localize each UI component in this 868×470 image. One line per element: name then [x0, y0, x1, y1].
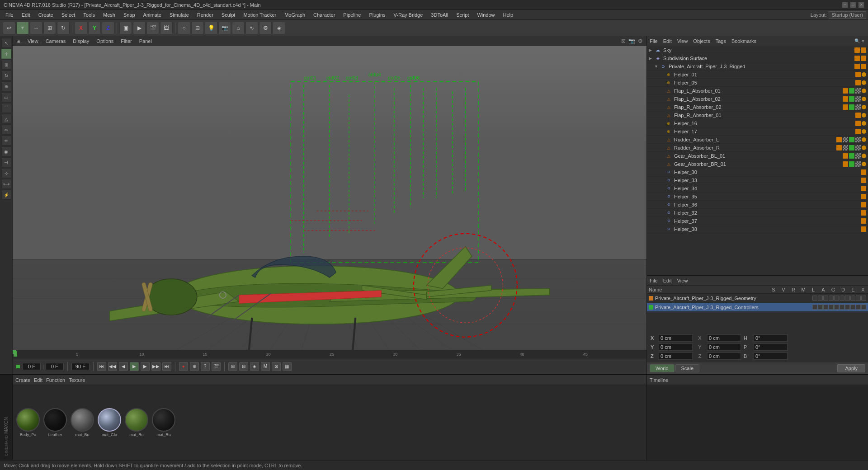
btn-key-add[interactable]: ⊞: [228, 362, 237, 371]
coord-x-rot[interactable]: [707, 334, 741, 342]
toolbar-live-select[interactable]: +: [16, 22, 29, 34]
btn-timeline-full[interactable]: ▦: [283, 362, 292, 371]
menu-animate[interactable]: Animate: [140, 11, 165, 19]
obj-item-gear-br[interactable]: △ Gear_Absorber_BR_01: [647, 160, 868, 168]
toolbar-light[interactable]: 💡: [205, 22, 217, 34]
tool-mirror[interactable]: ⊣: [1, 157, 11, 167]
btn-goto-end[interactable]: ⏭: [162, 362, 171, 371]
menu-window[interactable]: Window: [473, 11, 498, 19]
toolbar-rotate[interactable]: ↻: [57, 22, 70, 34]
toolbar-picture-viewer[interactable]: 🖼: [160, 22, 173, 34]
tool-rotate[interactable]: ↻: [1, 70, 11, 80]
coord-y-rot[interactable]: [707, 343, 741, 351]
tool-poly-sel[interactable]: △: [1, 114, 11, 124]
menu-help[interactable]: Help: [500, 11, 517, 19]
viewport-menu-options[interactable]: Options: [96, 38, 113, 44]
btn-motion-system[interactable]: 🎬: [212, 362, 221, 371]
btn-goto-start[interactable]: ⏮: [97, 362, 106, 371]
frame-counter-input[interactable]: [46, 363, 64, 370]
material-leather[interactable]: Leather: [43, 408, 67, 437]
viewport-icon-camera[interactable]: 📷: [628, 38, 635, 44]
coord-z-pos[interactable]: [659, 352, 693, 360]
btn-play-back[interactable]: ◀◀: [108, 362, 117, 371]
btn-layers[interactable]: ⊠: [272, 362, 281, 371]
toolbar-camera[interactable]: 📷: [218, 22, 231, 34]
viewport-menu-cameras[interactable]: Cameras: [46, 38, 66, 44]
tool-lasso[interactable]: ⌒: [1, 103, 11, 113]
toolbar-undo[interactable]: ↩: [3, 22, 15, 34]
obj-item-helper-34[interactable]: ⊙ Helper_34: [647, 184, 868, 193]
timeline-content[interactable]: [647, 385, 868, 460]
obj-item-subdivision[interactable]: ▶ ◈ Subdivision Surface: [647, 54, 868, 62]
menu-3dtoall[interactable]: 3DToAll: [427, 11, 452, 19]
menu-pipeline[interactable]: Pipeline: [340, 11, 364, 19]
menu-vray[interactable]: V-Ray Bridge: [390, 11, 427, 19]
toolbar-new-obj[interactable]: ○: [178, 22, 190, 34]
obj-item-helper-33[interactable]: ⊙ Helper_33: [647, 176, 868, 184]
toolbar-render-region[interactable]: ▣: [119, 22, 132, 34]
tool-select[interactable]: ↖: [1, 38, 11, 48]
obj-item-rudder-l[interactable]: △ Rudder_Absorber_L: [647, 136, 868, 144]
menu-plugins[interactable]: Plugins: [365, 11, 389, 19]
obj-menu-tags[interactable]: Tags: [716, 38, 726, 44]
menu-snap[interactable]: Snap: [120, 11, 139, 19]
apply-button[interactable]: Apply: [837, 364, 865, 372]
menu-sculpt[interactable]: Sculpt: [218, 11, 239, 19]
tool-scale[interactable]: ⊞: [1, 60, 11, 70]
menu-character[interactable]: Character: [310, 11, 339, 19]
layout-value[interactable]: Startup (User): [829, 11, 866, 19]
tool-script[interactable]: ⚡: [1, 190, 11, 200]
toolbar-scale[interactable]: ⊞: [43, 22, 56, 34]
menu-mesh[interactable]: Mesh: [99, 11, 119, 19]
btn-play-fwd[interactable]: ▶▶: [151, 362, 160, 371]
menu-tools[interactable]: Tools: [80, 11, 99, 19]
material-mat-bo[interactable]: mat_Bo: [71, 408, 94, 437]
viewport-icon-expand[interactable]: ⊠: [621, 38, 626, 44]
mat-menu-texture[interactable]: Texture: [69, 377, 85, 383]
viewport[interactable]: ⊞ View Cameras Display Options Filter Pa…: [13, 36, 646, 350]
obj-item-gear-bl[interactable]: △ Gear_Absorber_BL_01: [647, 152, 868, 160]
btn-step-fwd[interactable]: ▶: [141, 362, 150, 371]
viewport-menu-filter[interactable]: Filter: [121, 38, 132, 44]
maximize-button[interactable]: □: [850, 2, 856, 8]
timeline-ruler[interactable]: 0 5 10 15 20 25 30 35 40 45: [13, 350, 646, 358]
tool-move[interactable]: ✛: [1, 49, 11, 59]
toolbar-render-view[interactable]: ▶: [133, 22, 146, 34]
obj-item-helper-01[interactable]: ⊕ Helper_01: [647, 70, 868, 79]
toolbar-generator[interactable]: ⚙: [259, 22, 272, 34]
viewport-icon-settings[interactable]: ⚙: [638, 38, 643, 44]
obj-item-rudder-r[interactable]: △ Rudder_Absorber_R: [647, 144, 868, 152]
obj-item-sky[interactable]: ▶ ☁ Sky: [647, 46, 868, 54]
material-mat-gla[interactable]: mat_Gla: [98, 408, 121, 437]
tool-paint[interactable]: ✏: [1, 136, 11, 146]
btn-step-back[interactable]: ◀: [119, 362, 128, 371]
tool-magnet[interactable]: ◉: [1, 146, 11, 156]
btn-key-del[interactable]: ⊟: [239, 362, 248, 371]
menu-create[interactable]: Create: [35, 11, 57, 19]
obj-item-helper-30[interactable]: ⊙ Helper_30: [647, 168, 868, 176]
menu-select[interactable]: Select: [58, 11, 79, 19]
tool-measure[interactable]: ⟷: [1, 179, 11, 189]
lower-obj-geometry[interactable]: Private_Aircraft_Piper_J-3_Rigged_Geomet…: [647, 294, 868, 303]
toolbar-zaxis[interactable]: Z: [102, 22, 114, 34]
btn-motion-mode[interactable]: M: [261, 362, 270, 371]
obj-item-helper-17[interactable]: ⊕ Helper_17: [647, 127, 868, 136]
obj-item-helper-35[interactable]: ⊙ Helper_35: [647, 193, 868, 201]
menu-motion-tracker[interactable]: Motion Tracker: [240, 11, 280, 19]
menu-file[interactable]: File: [2, 11, 17, 19]
obj-menu-view[interactable]: View: [677, 38, 688, 44]
menu-render[interactable]: Render: [193, 11, 217, 19]
lower-obj-controllers[interactable]: Private_Aircraft_Piper_J-3_Rigged_Contro…: [647, 303, 868, 312]
coord-b-val[interactable]: [754, 352, 788, 360]
obj-item-flap-l-abs-01[interactable]: △ Flap_L_Absorber_01: [647, 87, 868, 95]
obj-filter-icon[interactable]: ▼: [861, 38, 865, 43]
btn-record[interactable]: ●: [179, 362, 188, 371]
obj-item-flap-r-abs-01[interactable]: △ Flap_R_Absorber_01: [647, 111, 868, 119]
obj-menu-file[interactable]: File: [650, 38, 658, 44]
lower-object-list[interactable]: Private_Aircraft_Piper_J-3_Rigged_Geomet…: [647, 294, 868, 332]
lower-menu-edit[interactable]: Edit: [663, 278, 672, 283]
toolbar-spline[interactable]: ∿: [245, 22, 258, 34]
object-list[interactable]: ▶ ☁ Sky ▶ ◈: [647, 46, 868, 275]
coord-h-val[interactable]: [754, 334, 788, 342]
obj-menu-edit[interactable]: Edit: [663, 38, 672, 44]
